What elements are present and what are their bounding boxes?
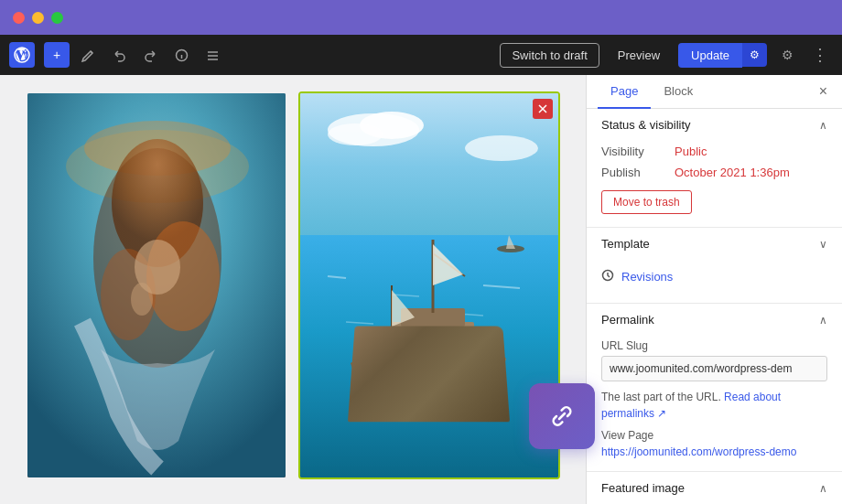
permalink-title: Permalink <box>601 313 654 327</box>
permalink-body: URL Slug The last part of the URL. Read … <box>587 336 842 471</box>
publish-row: Publish October 2021 1:36pm <box>601 166 827 179</box>
list-view-button[interactable] <box>200 42 225 68</box>
permalink-chevron: ∧ <box>819 314 827 327</box>
move-to-trash-button[interactable]: Move to trash <box>601 190 692 214</box>
featured-image-section: Featured image ∧ Set featured image <box>587 472 842 504</box>
template-title: Template <box>601 237 650 251</box>
featured-image-title: Featured image <box>601 481 685 495</box>
url-note: The last part of the URL. Read about per… <box>601 389 827 422</box>
more-options-button[interactable]: ⋮ <box>807 42 833 68</box>
status-visibility-title: Status & visibility <box>601 118 691 132</box>
view-page-link[interactable]: https://joomunited.com/wordpress-demo <box>601 445 827 458</box>
info-button[interactable] <box>168 42 194 68</box>
featured-image-chevron: ∧ <box>819 482 827 495</box>
settings-button[interactable]: ⚙ <box>774 42 800 68</box>
url-slug-label: URL Slug <box>601 339 827 352</box>
svg-rect-23 <box>392 322 474 349</box>
svg-rect-16 <box>300 235 558 477</box>
wp-logo[interactable] <box>9 42 35 68</box>
visibility-label: Visibility <box>601 145 675 158</box>
image-block-1[interactable] <box>27 93 286 477</box>
sidebar: Page Block × Status & visibility ∧ Visib… <box>586 75 842 504</box>
status-visibility-header[interactable]: Status & visibility ∧ <box>587 109 842 141</box>
ocean-image <box>300 93 558 477</box>
svg-point-10 <box>131 283 153 316</box>
traffic-light-green[interactable] <box>51 12 63 24</box>
traffic-light-red[interactable] <box>13 12 25 24</box>
sidebar-tabs: Page Block × <box>587 75 842 109</box>
edit-tool-button[interactable] <box>75 42 101 68</box>
redo-button[interactable] <box>137 42 163 68</box>
tab-block[interactable]: Block <box>651 75 706 109</box>
visibility-row: Visibility Public <box>601 145 827 158</box>
publish-label: Publish <box>601 166 675 179</box>
image-block-2[interactable] <box>300 93 558 477</box>
status-visibility-chevron: ∧ <box>819 119 827 132</box>
status-visibility-section: Status & visibility ∧ Visibility Public … <box>587 109 842 228</box>
traffic-light-yellow[interactable] <box>32 12 44 24</box>
view-page-label: View Page <box>601 429 827 442</box>
url-slug-input[interactable] <box>601 356 827 381</box>
template-body: Revisions <box>587 260 842 303</box>
template-header[interactable]: Template ∨ <box>587 228 842 260</box>
admin-bar-right: Switch to draft Preview Update ⚙ ⚙ ⋮ <box>500 42 833 68</box>
switch-to-draft-button[interactable]: Switch to draft <box>500 43 599 68</box>
update-button[interactable]: Update <box>678 43 742 68</box>
undo-button[interactable] <box>106 42 132 68</box>
template-chevron: ∨ <box>819 238 827 251</box>
read-about-permalinks-link[interactable]: Read about permalinks ↗ <box>601 391 781 420</box>
remove-image-button[interactable] <box>533 99 553 119</box>
revisions-icon <box>601 269 614 284</box>
add-block-button[interactable]: + <box>44 42 70 68</box>
underwater-image <box>27 93 286 477</box>
svg-point-14 <box>328 123 383 145</box>
svg-point-15 <box>465 135 538 161</box>
status-visibility-body: Visibility Public Publish October 2021 1… <box>587 141 842 227</box>
revisions-row[interactable]: Revisions <box>601 263 827 290</box>
permalink-section: Permalink ∧ URL Slug The last part of th… <box>587 304 842 472</box>
featured-image-header[interactable]: Featured image ∧ <box>587 472 842 504</box>
publish-value[interactable]: October 2021 1:36pm <box>675 166 790 179</box>
deco-link-element <box>529 383 595 449</box>
svg-rect-11 <box>300 93 558 240</box>
revisions-label: Revisions <box>621 270 673 284</box>
sidebar-close-button[interactable]: × <box>815 80 831 103</box>
editor-canvas <box>0 75 586 504</box>
svg-rect-27 <box>369 338 419 357</box>
visibility-value[interactable]: Public <box>675 145 707 158</box>
tab-page[interactable]: Page <box>598 75 651 109</box>
title-bar <box>0 0 842 35</box>
update-chevron-button[interactable]: ⚙ <box>742 43 767 67</box>
main-area: Page Block × Status & visibility ∧ Visib… <box>0 75 842 504</box>
admin-bar: + Switch to draft Preview Update <box>0 35 842 75</box>
permalink-header[interactable]: Permalink ∧ <box>587 304 842 336</box>
preview-button[interactable]: Preview <box>607 44 671 67</box>
template-section: Template ∨ Revisions <box>587 228 842 304</box>
